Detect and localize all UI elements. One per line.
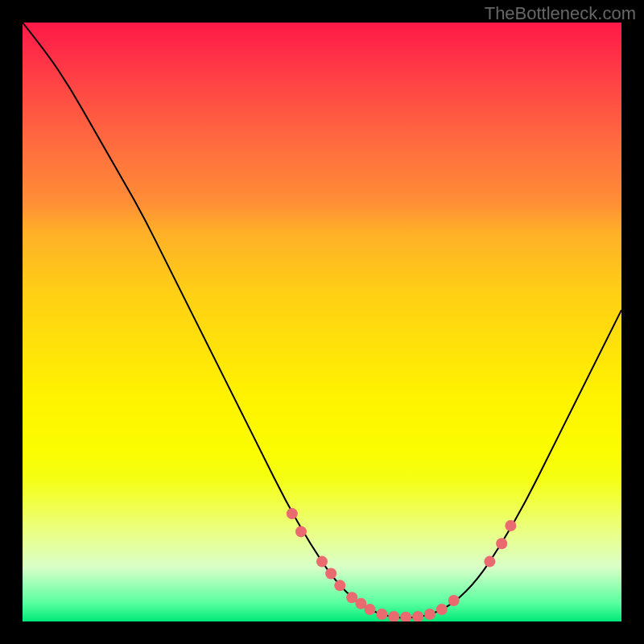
bottleneck-curve [23,23,621,617]
watermark-text: TheBottleneck.com [485,3,636,24]
data-dot [424,609,436,620]
data-dot [484,556,495,568]
data-dot [505,520,516,531]
data-dots [287,508,517,621]
data-dot [376,609,387,620]
data-dot [436,604,448,615]
data-dot [365,604,376,615]
data-dot [400,612,411,621]
data-dot [287,508,298,519]
curve-svg [23,23,621,621]
data-dot [295,526,307,537]
data-dot [325,568,336,579]
data-dot [448,595,460,606]
data-dot [496,538,507,549]
data-dot [412,611,423,621]
plot-area [23,23,621,621]
data-dot [334,580,345,591]
data-dot [388,611,399,621]
data-dot [316,556,328,568]
chart-container: TheBottleneck.com [0,0,644,644]
